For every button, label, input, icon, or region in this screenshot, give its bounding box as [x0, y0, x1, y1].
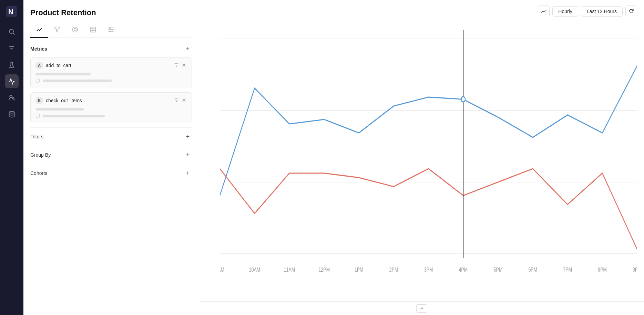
metric-a-row1 — [35, 73, 187, 75]
chart-area: Hourly Last 12 Hours 150K 75K 0 — [199, 0, 644, 315]
sidebar-item-search[interactable] — [5, 25, 19, 39]
metric-a-skeleton2 — [43, 80, 112, 82]
svg-point-18 — [109, 27, 110, 28]
filters-header[interactable]: Filters + — [30, 133, 192, 141]
metric-a-badge: A — [35, 62, 43, 69]
svg-point-19 — [112, 29, 113, 30]
svg-text:9PM: 9PM — [633, 266, 637, 273]
metric-b-remove-icon[interactable] — [181, 97, 187, 104]
svg-point-13 — [74, 29, 76, 31]
svg-text:11AM: 11AM — [284, 266, 295, 273]
svg-text:10AM: 10AM — [249, 266, 260, 273]
svg-point-2 — [9, 29, 13, 33]
svg-point-8 — [10, 95, 12, 98]
metric-b-name: check_out_items — [46, 98, 174, 103]
metric-b-actions — [174, 97, 187, 104]
metrics-header: Metrics + — [30, 45, 192, 53]
metric-a-name: add_to_cart — [46, 63, 174, 68]
metrics-title: Metrics — [30, 46, 47, 52]
add-group-by-button[interactable]: + — [184, 151, 192, 159]
metric-b-skeleton1 — [35, 108, 84, 111]
svg-text:4PM: 4PM — [459, 266, 468, 273]
svg-point-10 — [9, 112, 14, 113]
sidebar: N — [0, 0, 23, 315]
chart-expand-button[interactable] — [416, 304, 427, 313]
svg-point-12 — [73, 27, 78, 32]
svg-text:5PM: 5PM — [493, 266, 502, 273]
chart-toolbar: Hourly Last 12 Hours — [199, 0, 644, 23]
svg-text:N: N — [8, 8, 13, 15]
app-logo: N — [6, 6, 18, 18]
metric-b-calendar-icon — [35, 113, 40, 119]
tab-filter[interactable] — [48, 23, 66, 38]
red-line — [220, 169, 637, 249]
metric-b-row1 — [35, 108, 187, 111]
cohorts-section: Cohorts + — [30, 164, 192, 182]
svg-text:9AM: 9AM — [220, 266, 224, 273]
tab-table[interactable] — [84, 23, 102, 38]
cohorts-header[interactable]: Cohorts + — [30, 169, 192, 177]
page-title: Product Retention — [30, 8, 192, 17]
metric-a-filter-icon[interactable] — [174, 62, 179, 69]
tab-line-chart[interactable] — [30, 23, 48, 38]
cursor-dot-blue — [461, 97, 466, 102]
metric-a-skeleton1 — [35, 73, 91, 75]
refresh-button[interactable] — [625, 6, 637, 17]
add-filter-button[interactable]: + — [184, 133, 192, 141]
svg-rect-14 — [91, 27, 96, 32]
svg-text:8PM: 8PM — [598, 266, 607, 273]
svg-text:12PM: 12PM — [318, 266, 330, 273]
metric-b-skeleton2 — [43, 115, 105, 117]
metric-b-row2 — [35, 113, 187, 119]
svg-line-3 — [13, 33, 15, 35]
time-range-button[interactable]: Last 12 Hours — [581, 6, 623, 17]
svg-text:6PM: 6PM — [528, 266, 537, 273]
metric-b-badge: B — [35, 97, 43, 104]
metric-a-row2 — [35, 78, 187, 84]
cohorts-label: Cohorts — [30, 170, 47, 176]
sidebar-item-analytics[interactable] — [5, 74, 19, 88]
chart-container: 150K 75K 0 9AM 10AM 11AM 12PM 1PM 2PM 3P… — [199, 23, 644, 301]
tab-bar — [30, 23, 192, 38]
group-by-header[interactable]: Group By + — [30, 151, 192, 159]
filters-label: Filters — [30, 134, 43, 139]
metric-a-header: A add_to_cart — [35, 62, 187, 69]
metric-a-remove-icon[interactable] — [181, 62, 187, 69]
metric-card-b: B check_out_items — [30, 92, 192, 123]
metric-card-a: A add_to_cart — [30, 57, 192, 88]
svg-point-20 — [109, 31, 110, 32]
filters-section: Filters + — [30, 127, 192, 146]
sidebar-item-database[interactable] — [5, 107, 19, 121]
line-chart-toggle-button[interactable] — [538, 6, 550, 17]
metric-b-header: B check_out_items — [35, 97, 187, 104]
svg-rect-35 — [36, 114, 40, 117]
sidebar-item-filters[interactable] — [5, 41, 19, 55]
left-panel: Product Retention — [23, 0, 199, 315]
tab-settings2[interactable] — [102, 23, 120, 38]
main-content: Product Retention — [23, 0, 644, 315]
svg-text:3PM: 3PM — [424, 266, 433, 273]
add-metric-button[interactable]: + — [184, 45, 192, 53]
sidebar-item-lab[interactable] — [5, 58, 19, 72]
add-cohorts-button[interactable]: + — [184, 169, 192, 177]
group-by-section: Group By + — [30, 146, 192, 164]
body-wrapper: Product Retention — [23, 0, 644, 315]
chart-bottom-bar — [199, 301, 644, 315]
metric-a-actions — [174, 62, 187, 69]
sidebar-item-users[interactable] — [5, 91, 19, 105]
tab-target[interactable] — [66, 23, 84, 38]
group-by-label: Group By — [30, 152, 51, 158]
svg-marker-11 — [54, 27, 60, 32]
line-chart: 150K 75K 0 9AM 10AM 11AM 12PM 1PM 2PM 3P… — [220, 30, 637, 281]
metric-a-calendar-icon — [35, 78, 40, 84]
svg-rect-26 — [36, 79, 40, 82]
svg-text:7PM: 7PM — [563, 266, 572, 273]
svg-text:1PM: 1PM — [355, 266, 364, 273]
metric-b-filter-icon[interactable] — [174, 97, 179, 104]
blue-line — [220, 66, 637, 196]
hourly-button[interactable]: Hourly — [552, 6, 578, 17]
svg-text:2PM: 2PM — [389, 266, 398, 273]
